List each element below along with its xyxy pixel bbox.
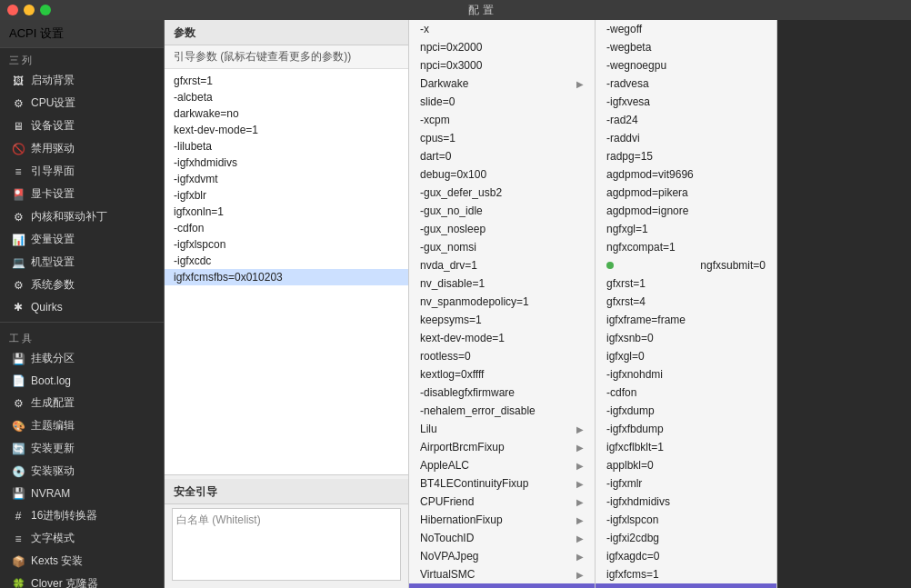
dd2-ngfxsubmit[interactable]: ngfxsubmit=0	[596, 256, 776, 274]
dd-item-x[interactable]: -x	[409, 20, 595, 38]
dd2-igfxgl[interactable]: igfxgl=0	[596, 347, 776, 365]
dd2-radpg[interactable]: radpg=15	[596, 147, 776, 165]
dd2-gfxrst1[interactable]: gfxrst=1	[596, 274, 776, 293]
sidebar-item-vars[interactable]: 📊 变量设置	[0, 228, 164, 251]
dd-item-gux-usb2[interactable]: -gux_defer_usb2	[409, 184, 595, 202]
sidebar-item-kernel[interactable]: ⚙ 内核和驱动补丁	[0, 205, 164, 228]
dd-item-gux-nosleep[interactable]: -gux_nosleep	[409, 220, 595, 238]
sidebar-item-devices[interactable]: 🖥 设备设置	[0, 115, 164, 137]
dd-item-xcpm[interactable]: -xcpm	[409, 111, 595, 129]
dd2-agdpmod-pikera[interactable]: agdpmod=pikera	[596, 184, 776, 202]
param-item-gfxrst[interactable]: gfxrst=1	[165, 73, 408, 89]
minimize-button[interactable]	[24, 5, 35, 15]
dd2-igfxnohdmi[interactable]: -igfxnohdmi	[596, 365, 776, 384]
dd-item-airport[interactable]: AirportBrcmFixup ▶	[409, 438, 595, 456]
sidebar-item-theme-editor[interactable]: 🎨 主题编辑	[0, 414, 164, 437]
param-item-igfxhdmidivs[interactable]: -igfxhdmidivs	[165, 154, 408, 171]
dd-item-kextlog[interactable]: kextlog=0xffff	[409, 365, 595, 384]
param-item-igfxcdc[interactable]: -igfxcdc	[165, 253, 408, 269]
dd2-igfxagdc[interactable]: igfxagdc=0	[596, 547, 776, 565]
dd-item-lilu[interactable]: Lilu ▶	[409, 420, 595, 438]
param-item-lilubeta[interactable]: -lilubeta	[165, 138, 408, 154]
dd-item-hibernation[interactable]: HibernationFixup ▶	[409, 511, 595, 529]
param-item-igfxlspcon[interactable]: -igfxlspcon	[165, 236, 408, 253]
dd-item-notouchid[interactable]: NoTouchID ▶	[409, 529, 595, 547]
dd-item-keepsyms[interactable]: keepsyms=1	[409, 311, 595, 329]
sidebar-item-mount[interactable]: 💾 挂载分区	[0, 347, 164, 370]
sidebar-item-quirks[interactable]: ✱ Quirks	[0, 296, 164, 318]
sidebar-item-startup-bg[interactable]: 🖼 启动背景	[0, 69, 164, 92]
sidebar-item-hex[interactable]: # 16进制转换器	[0, 504, 164, 527]
dd2-igfxi2cdbg[interactable]: -igfxi2cdbg	[596, 529, 776, 547]
dd2-igfxcflbklt[interactable]: igfxcflbklt=1	[596, 438, 776, 456]
dd2-igfxfcmsfbs[interactable]: igfxfcmsfbs=0x010203	[596, 583, 776, 588]
dd2-igfxlspcon[interactable]: -igfxlspcon	[596, 511, 776, 529]
dd2-igfxfbdump[interactable]: -igfxfbdump	[596, 420, 776, 438]
dd-item-novpajpeg[interactable]: NoVPAJpeg ▶	[409, 547, 595, 565]
dd2-cdfon[interactable]: -cdfon	[596, 384, 776, 402]
sidebar-item-gpu[interactable]: 🎴 显卡设置	[0, 183, 164, 205]
dd2-radvesa[interactable]: -radvesa	[596, 75, 776, 93]
sidebar-item-install-driver[interactable]: 💿 安装驱动	[0, 460, 164, 483]
dd-item-npci2000[interactable]: npci=0x2000	[409, 38, 595, 56]
dd-item-applealc[interactable]: AppleALC ▶	[409, 456, 595, 474]
sidebar-item-update[interactable]: 🔄 安装更新	[0, 437, 164, 460]
dd-item-nvda-drv[interactable]: nvda_drv=1	[409, 256, 595, 274]
sidebar-item-smbios[interactable]: 💻 机型设置	[0, 251, 164, 274]
dd2-igfxmlr[interactable]: -igfxmlr	[596, 474, 776, 493]
dd2-agdpmod-vit[interactable]: agdpmod=vit9696	[596, 165, 776, 184]
dd-item-virtualsmc[interactable]: VirtualSMC ▶	[409, 565, 595, 583]
dd2-agdpmod-ignore[interactable]: agdpmod=ignore	[596, 202, 776, 220]
dd-item-rootless[interactable]: rootless=0	[409, 347, 595, 365]
dd-item-dart[interactable]: dart=0	[409, 147, 595, 165]
dd-item-disablegfx[interactable]: -disablegfxfirmware	[409, 384, 595, 402]
dd-item-bt4le[interactable]: BT4LEContinuityFixup ▶	[409, 474, 595, 493]
param-item-kextdevmode[interactable]: kext-dev-mode=1	[165, 122, 408, 138]
sidebar-item-genconfig[interactable]: ⚙ 生成配置	[0, 392, 164, 414]
dd-item-gux-noidle[interactable]: -gux_no_idle	[409, 202, 595, 220]
dd2-igfxhdmidivs[interactable]: -igfxhdmidivs	[596, 493, 776, 511]
dd2-igfxfcms[interactable]: igfxfcms=1	[596, 565, 776, 583]
sidebar-item-bootlog[interactable]: 📄 Boot.log	[0, 370, 164, 392]
dd-item-darkwake[interactable]: Darkwake ▶	[409, 75, 595, 93]
dd2-igfxdump[interactable]: -igfxdump	[596, 402, 776, 420]
sidebar-item-clover-cloner[interactable]: 🍀 Clover 克隆器	[0, 573, 164, 588]
sidebar-item-textmode[interactable]: ≡ 文字模式	[0, 527, 164, 550]
dd-item-nehalem[interactable]: -nehalem_error_disable	[409, 402, 595, 420]
param-item-igfxfcmsfbs[interactable]: igfxfcmsfbs=0x010203	[165, 269, 408, 285]
close-button[interactable]	[7, 5, 18, 15]
dd2-igfxvesa[interactable]: -igfxvesa	[596, 93, 776, 111]
dd2-ngfxcompat[interactable]: ngfxcompat=1	[596, 238, 776, 256]
sidebar-item-nvram[interactable]: 💾 NVRAM	[0, 483, 164, 504]
param-item-igfxdvmt[interactable]: -igfxdvmt	[165, 171, 408, 187]
dd-item-nv-disable[interactable]: nv_disable=1	[409, 274, 595, 293]
dd2-raddvi[interactable]: -raddvi	[596, 129, 776, 147]
dd2-rad24[interactable]: -rad24	[596, 111, 776, 129]
dd2-wegnoegpu[interactable]: -wegnoegpu	[596, 56, 776, 75]
dd-item-cpufriend[interactable]: CPUFriend ▶	[409, 493, 595, 511]
param-item-igfxonln[interactable]: igfxonln=1	[165, 204, 408, 220]
dd2-gfxrst4[interactable]: gfxrst=4	[596, 293, 776, 311]
dd-item-whatevergreen[interactable]: WhateverGreen ▶	[409, 583, 595, 588]
dd-item-kextdevmode[interactable]: kext-dev-mode=1	[409, 329, 595, 347]
dd2-applbkl[interactable]: applbkl=0	[596, 456, 776, 474]
dd2-wegoff[interactable]: -wegoff	[596, 20, 776, 38]
sidebar-item-disabled-drivers[interactable]: 🚫 禁用驱动	[0, 137, 164, 160]
sidebar-item-boot-ui[interactable]: ≡ 引导界面	[0, 160, 164, 183]
dd-item-npci3000[interactable]: npci=0x3000	[409, 56, 595, 75]
dd-item-nv-span[interactable]: nv_spanmodepolicy=1	[409, 293, 595, 311]
dd-item-debug[interactable]: debug=0x100	[409, 165, 595, 184]
maximize-button[interactable]	[40, 5, 51, 15]
param-item-darkwake[interactable]: darkwake=no	[165, 105, 408, 122]
dd2-wegbeta[interactable]: -wegbeta	[596, 38, 776, 56]
param-item-alcbeta[interactable]: -alcbeta	[165, 89, 408, 105]
sidebar-item-kexts[interactable]: 📦 Kexts 安装	[0, 550, 164, 573]
dd-item-gux-nomsi[interactable]: -gux_nomsi	[409, 238, 595, 256]
param-item-igfxblr[interactable]: -igfxblr	[165, 187, 408, 204]
dd2-ngfxgl[interactable]: ngfxgl=1	[596, 220, 776, 238]
dd2-igfxframe[interactable]: igfxframe=frame	[596, 311, 776, 329]
dd2-igfxsnb[interactable]: igfxsnb=0	[596, 329, 776, 347]
param-item-cdfon[interactable]: -cdfon	[165, 220, 408, 236]
dd-item-slide[interactable]: slide=0	[409, 93, 595, 111]
sidebar-item-cpu[interactable]: ⚙ CPU设置	[0, 92, 164, 115]
